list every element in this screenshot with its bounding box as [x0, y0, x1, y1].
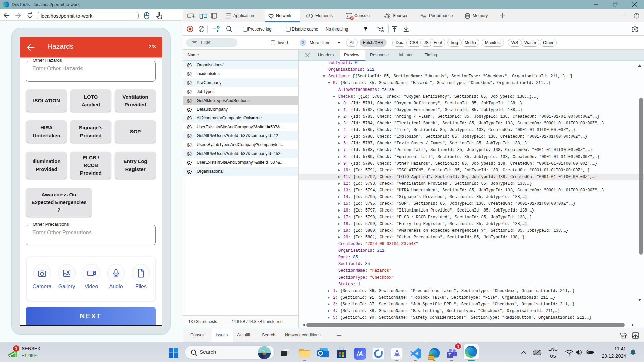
svg-text:T: T — [449, 352, 451, 357]
svg-text:?: ? — [636, 14, 638, 18]
